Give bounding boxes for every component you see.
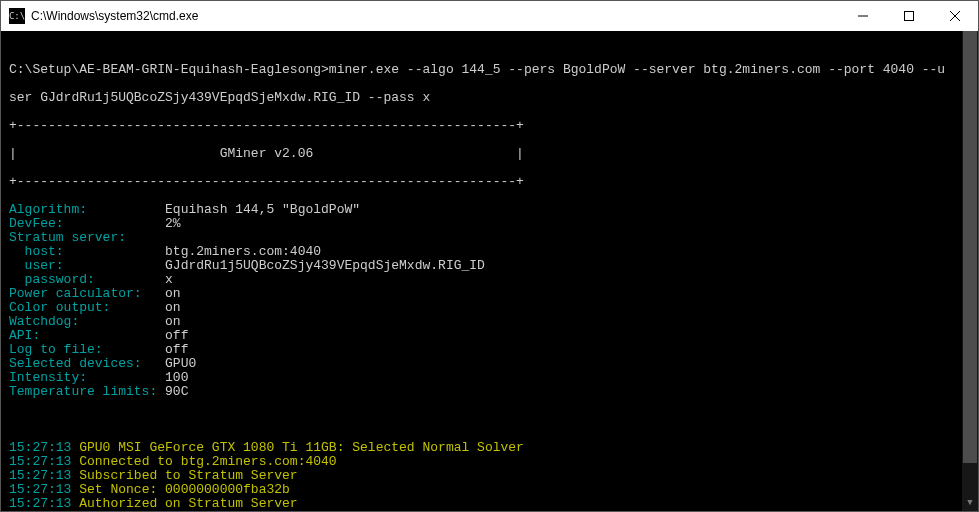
config-value: Equihash 144,5 "BgoldPoW" [165,202,360,217]
title-bar[interactable]: C:\ C:\Windows\system32\cmd.exe [1,1,978,31]
config-line: Intensity: 100 [9,371,970,385]
config-line: password: x [9,273,970,287]
config-label: host: [9,244,165,259]
maximize-icon [904,11,914,21]
log-timestamp: 15:27:13 [9,496,79,511]
log-timestamp: 15:27:13 [9,482,79,497]
config-line: Log to file: off [9,343,970,357]
log-message: Set Nonce: 0000000000fba32b [79,482,290,497]
config-value: GPU0 [165,356,196,371]
minimize-icon [858,11,868,21]
maximize-button[interactable] [886,1,932,31]
config-label: Power calculator: [9,286,165,301]
log-line: 15:27:13 Subscribed to Stratum Server [9,469,970,483]
prompt-line: C:\Setup\AE-BEAM-GRIN-Equihash-Eaglesong… [9,63,970,77]
config-line: user: GJdrdRu1j5UQBcoZSjy439VEpqdSjeMxdw… [9,259,970,273]
log-message: Authorized on Stratum Server [79,496,297,511]
config-line: Stratum server: [9,231,970,245]
close-icon [950,11,960,21]
config-value: 100 [165,370,188,385]
banner-bottom: +---------------------------------------… [9,175,970,189]
config-line: DevFee: 2% [9,217,970,231]
config-label: Intensity: [9,370,165,385]
cmd-icon: C:\ [9,8,25,24]
config-value: x [165,272,173,287]
config-line: Watchdog: on [9,315,970,329]
config-label: API: [9,328,165,343]
scroll-thumb[interactable] [963,31,977,463]
terminal-output[interactable]: C:\Setup\AE-BEAM-GRIN-Equihash-Eaglesong… [1,31,978,511]
config-value: GJdrdRu1j5UQBcoZSjy439VEpqdSjeMxdw.RIG_I… [165,258,485,273]
log-line: 15:27:13 Set Nonce: 0000000000fba32b [9,483,970,497]
config-value: off [165,328,188,343]
scroll-down-arrow[interactable]: ▼ [962,495,978,511]
config-value: on [165,300,181,315]
log-message: Set Target: 0003c3c3c3c3c3c3c3c3c3c3c3c3… [79,510,672,511]
window-title: C:\Windows\system32\cmd.exe [31,9,198,23]
config-value: on [165,286,181,301]
config-line: Algorithm: Equihash 144,5 "BgoldPoW" [9,203,970,217]
config-block: Algorithm: Equihash 144,5 "BgoldPoW"DevF… [9,203,970,399]
log-timestamp: 15:27:13 [9,440,79,455]
scrollbar[interactable]: ▲ ▼ [962,31,978,511]
config-label: Selected devices: [9,356,165,371]
minimize-button[interactable] [840,1,886,31]
log-line: 15:27:13 GPU0 MSI GeForce GTX 1080 Ti 11… [9,441,970,455]
config-label: Temperature limits: [9,384,165,399]
prompt: C:\Setup\AE-BEAM-GRIN-Equihash-Eaglesong… [9,62,329,77]
config-value: off [165,342,188,357]
config-label: Algorithm: [9,202,165,217]
log-block: 15:27:13 GPU0 MSI GeForce GTX 1080 Ti 11… [9,441,970,511]
config-label: user: [9,258,165,273]
command-part2: ser GJdrdRu1j5UQBcoZSjy439VEpqdSjeMxdw.R… [9,91,970,105]
log-message: Subscribed to Stratum Server [79,468,297,483]
config-line: Selected devices: GPU0 [9,357,970,371]
log-line: 15:27:13 Authorized on Stratum Server [9,497,970,511]
log-message: Connected to btg.2miners.com:4040 [79,454,336,469]
config-value: 2% [165,216,181,231]
config-label: DevFee: [9,216,165,231]
log-message: GPU0 MSI GeForce GTX 1080 Ti 11GB: Selec… [79,440,524,455]
blank-line [9,413,970,427]
cmd-window: C:\ C:\Windows\system32\cmd.exe C:\Setup… [0,0,979,512]
config-label: password: [9,272,165,287]
command-part1: miner.exe --algo 144_5 --pers BgoldPoW -… [329,62,945,77]
config-line: host: btg.2miners.com:4040 [9,245,970,259]
log-timestamp: 15:27:13 [9,468,79,483]
config-line: API: off [9,329,970,343]
config-line: Power calculator: on [9,287,970,301]
config-label: Log to file: [9,342,165,357]
config-value: on [165,314,181,329]
log-timestamp: 15:27:13 [9,454,79,469]
config-line: Color output: on [9,301,970,315]
config-label: Stratum server: [9,230,126,245]
log-line: 15:27:13 Connected to btg.2miners.com:40… [9,455,970,469]
config-value: btg.2miners.com:4040 [165,244,321,259]
close-button[interactable] [932,1,978,31]
banner-body: | GMiner v2.06 | [9,147,970,161]
window-controls [840,1,978,31]
svg-rect-0 [905,12,914,21]
config-line: Temperature limits: 90C [9,385,970,399]
config-label: Color output: [9,300,165,315]
banner-top: +---------------------------------------… [9,119,970,133]
config-value: 90C [165,384,188,399]
config-label: Watchdog: [9,314,165,329]
log-timestamp: 15:27:13 [9,510,79,511]
